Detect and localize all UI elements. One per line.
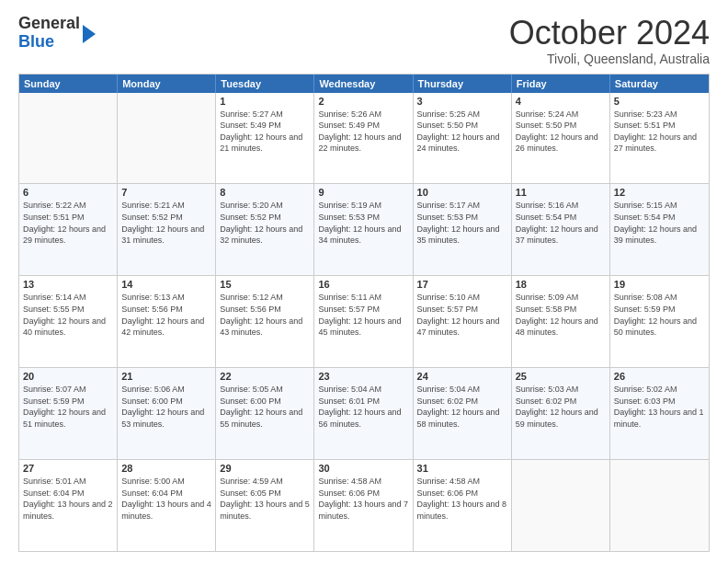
header: General Blue October 2024 Tivoli, Queens… xyxy=(18,15,710,66)
cal-cell-1-3: 1Sunrise: 5:27 AMSunset: 5:49 PMDaylight… xyxy=(216,93,314,184)
day-number: 13 xyxy=(23,279,113,290)
header-day-monday: Monday xyxy=(118,75,216,93)
day-info: Sunrise: 5:02 AMSunset: 6:03 PMDaylight:… xyxy=(614,384,705,430)
header-day-tuesday: Tuesday xyxy=(216,75,314,93)
day-number: 12 xyxy=(614,187,705,198)
day-number: 14 xyxy=(121,279,211,290)
day-number: 25 xyxy=(516,371,606,382)
day-info: Sunrise: 5:04 AMSunset: 6:02 PMDaylight:… xyxy=(417,384,507,430)
header-day-sunday: Sunday xyxy=(19,75,118,93)
cal-cell-5-2: 28Sunrise: 5:00 AMSunset: 6:04 PMDayligh… xyxy=(118,460,216,551)
cal-cell-1-7: 5Sunrise: 5:23 AMSunset: 5:51 PMDaylight… xyxy=(610,93,709,184)
page: General Blue October 2024 Tivoli, Queens… xyxy=(0,0,728,563)
day-number: 26 xyxy=(614,371,705,382)
cal-cell-4-5: 24Sunrise: 5:04 AMSunset: 6:02 PMDayligh… xyxy=(414,368,512,459)
week-row-2: 6Sunrise: 5:22 AMSunset: 5:51 PMDaylight… xyxy=(19,183,709,275)
week-row-4: 20Sunrise: 5:07 AMSunset: 5:59 PMDayligh… xyxy=(19,367,709,459)
logo-text: General Blue xyxy=(18,15,80,52)
day-info: Sunrise: 5:20 AMSunset: 5:52 PMDaylight:… xyxy=(220,200,310,246)
cal-cell-5-3: 29Sunrise: 4:59 AMSunset: 6:05 PMDayligh… xyxy=(216,460,314,551)
calendar: SundayMondayTuesdayWednesdayThursdayFrid… xyxy=(18,74,710,552)
day-info: Sunrise: 5:05 AMSunset: 6:00 PMDaylight:… xyxy=(220,384,310,430)
cal-cell-2-7: 12Sunrise: 5:15 AMSunset: 5:54 PMDayligh… xyxy=(610,184,709,275)
day-number: 28 xyxy=(121,463,211,474)
day-number: 1 xyxy=(220,96,310,107)
day-number: 19 xyxy=(614,279,705,290)
cal-cell-4-6: 25Sunrise: 5:03 AMSunset: 6:02 PMDayligh… xyxy=(512,368,610,459)
cal-cell-3-5: 17Sunrise: 5:10 AMSunset: 5:57 PMDayligh… xyxy=(414,276,512,367)
day-number: 24 xyxy=(417,371,507,382)
day-number: 5 xyxy=(614,96,705,107)
cal-cell-1-4: 2Sunrise: 5:26 AMSunset: 5:49 PMDaylight… xyxy=(314,93,413,184)
header-day-wednesday: Wednesday xyxy=(314,75,413,93)
cal-cell-5-4: 30Sunrise: 4:58 AMSunset: 6:06 PMDayligh… xyxy=(314,460,413,551)
day-number: 18 xyxy=(516,279,606,290)
day-info: Sunrise: 5:27 AMSunset: 5:49 PMDaylight:… xyxy=(220,109,310,155)
cal-cell-5-6 xyxy=(512,460,610,551)
cal-cell-1-2 xyxy=(118,93,216,184)
day-info: Sunrise: 5:13 AMSunset: 5:56 PMDaylight:… xyxy=(121,292,211,338)
logo-blue: Blue xyxy=(18,32,54,51)
week-row-5: 27Sunrise: 5:01 AMSunset: 6:04 PMDayligh… xyxy=(19,459,709,551)
cal-cell-5-1: 27Sunrise: 5:01 AMSunset: 6:04 PMDayligh… xyxy=(19,460,118,551)
day-info: Sunrise: 5:00 AMSunset: 6:04 PMDaylight:… xyxy=(121,476,211,522)
week-row-3: 13Sunrise: 5:14 AMSunset: 5:55 PMDayligh… xyxy=(19,275,709,367)
day-info: Sunrise: 5:06 AMSunset: 6:00 PMDaylight:… xyxy=(121,384,211,430)
cal-cell-3-1: 13Sunrise: 5:14 AMSunset: 5:55 PMDayligh… xyxy=(19,276,118,367)
day-info: Sunrise: 5:01 AMSunset: 6:04 PMDaylight:… xyxy=(23,476,113,522)
header-day-saturday: Saturday xyxy=(610,75,709,93)
day-number: 7 xyxy=(121,187,211,198)
logo-general: General xyxy=(18,14,80,32)
cal-cell-2-6: 11Sunrise: 5:16 AMSunset: 5:54 PMDayligh… xyxy=(512,184,610,275)
day-number: 20 xyxy=(23,371,113,382)
day-number: 10 xyxy=(417,187,507,198)
cal-cell-2-4: 9Sunrise: 5:19 AMSunset: 5:53 PMDaylight… xyxy=(314,184,413,275)
cal-cell-3-6: 18Sunrise: 5:09 AMSunset: 5:58 PMDayligh… xyxy=(512,276,610,367)
day-number: 3 xyxy=(417,96,507,107)
cal-cell-2-3: 8Sunrise: 5:20 AMSunset: 5:52 PMDaylight… xyxy=(216,184,314,275)
header-day-thursday: Thursday xyxy=(414,75,512,93)
day-number: 21 xyxy=(121,371,211,382)
day-info: Sunrise: 5:26 AMSunset: 5:49 PMDaylight:… xyxy=(318,109,408,155)
day-number: 15 xyxy=(220,279,310,290)
cal-cell-4-2: 21Sunrise: 5:06 AMSunset: 6:00 PMDayligh… xyxy=(118,368,216,459)
cal-cell-4-1: 20Sunrise: 5:07 AMSunset: 5:59 PMDayligh… xyxy=(19,368,118,459)
title-area: October 2024 Tivoli, Queensland, Austral… xyxy=(509,15,710,66)
cal-cell-1-5: 3Sunrise: 5:25 AMSunset: 5:50 PMDaylight… xyxy=(414,93,512,184)
cal-cell-2-5: 10Sunrise: 5:17 AMSunset: 5:53 PMDayligh… xyxy=(414,184,512,275)
day-number: 4 xyxy=(516,96,606,107)
day-info: Sunrise: 5:15 AMSunset: 5:54 PMDaylight:… xyxy=(614,200,705,246)
cal-cell-1-6: 4Sunrise: 5:24 AMSunset: 5:50 PMDaylight… xyxy=(512,93,610,184)
day-info: Sunrise: 5:25 AMSunset: 5:50 PMDaylight:… xyxy=(417,109,507,155)
day-info: Sunrise: 5:17 AMSunset: 5:53 PMDaylight:… xyxy=(417,200,507,246)
day-number: 22 xyxy=(220,371,310,382)
cal-cell-5-7 xyxy=(610,460,709,551)
day-info: Sunrise: 5:03 AMSunset: 6:02 PMDaylight:… xyxy=(516,384,606,430)
calendar-header: SundayMondayTuesdayWednesdayThursdayFrid… xyxy=(19,75,709,93)
day-info: Sunrise: 5:14 AMSunset: 5:55 PMDaylight:… xyxy=(23,292,113,338)
header-day-friday: Friday xyxy=(512,75,610,93)
day-info: Sunrise: 4:59 AMSunset: 6:05 PMDaylight:… xyxy=(220,476,310,522)
day-info: Sunrise: 5:04 AMSunset: 6:01 PMDaylight:… xyxy=(318,384,408,430)
day-info: Sunrise: 5:23 AMSunset: 5:51 PMDaylight:… xyxy=(614,109,705,155)
day-number: 6 xyxy=(23,187,113,198)
day-info: Sunrise: 5:21 AMSunset: 5:52 PMDaylight:… xyxy=(121,200,211,246)
logo-arrow-icon xyxy=(83,25,96,43)
day-info: Sunrise: 5:24 AMSunset: 5:50 PMDaylight:… xyxy=(516,109,606,155)
cal-cell-4-4: 23Sunrise: 5:04 AMSunset: 6:01 PMDayligh… xyxy=(314,368,413,459)
day-info: Sunrise: 5:12 AMSunset: 5:56 PMDaylight:… xyxy=(220,292,310,338)
cal-cell-3-4: 16Sunrise: 5:11 AMSunset: 5:57 PMDayligh… xyxy=(314,276,413,367)
day-info: Sunrise: 5:08 AMSunset: 5:59 PMDaylight:… xyxy=(614,292,705,338)
day-info: Sunrise: 5:19 AMSunset: 5:53 PMDaylight:… xyxy=(318,200,408,246)
calendar-body: 1Sunrise: 5:27 AMSunset: 5:49 PMDaylight… xyxy=(19,93,709,551)
day-number: 2 xyxy=(318,96,408,107)
day-number: 11 xyxy=(516,187,606,198)
cal-cell-5-5: 31Sunrise: 4:58 AMSunset: 6:06 PMDayligh… xyxy=(414,460,512,551)
cal-cell-2-1: 6Sunrise: 5:22 AMSunset: 5:51 PMDaylight… xyxy=(19,184,118,275)
day-info: Sunrise: 5:22 AMSunset: 5:51 PMDaylight:… xyxy=(23,200,113,246)
day-number: 17 xyxy=(417,279,507,290)
day-number: 8 xyxy=(220,187,310,198)
day-number: 9 xyxy=(318,187,408,198)
day-number: 30 xyxy=(318,463,408,474)
day-info: Sunrise: 5:11 AMSunset: 5:57 PMDaylight:… xyxy=(318,292,408,338)
